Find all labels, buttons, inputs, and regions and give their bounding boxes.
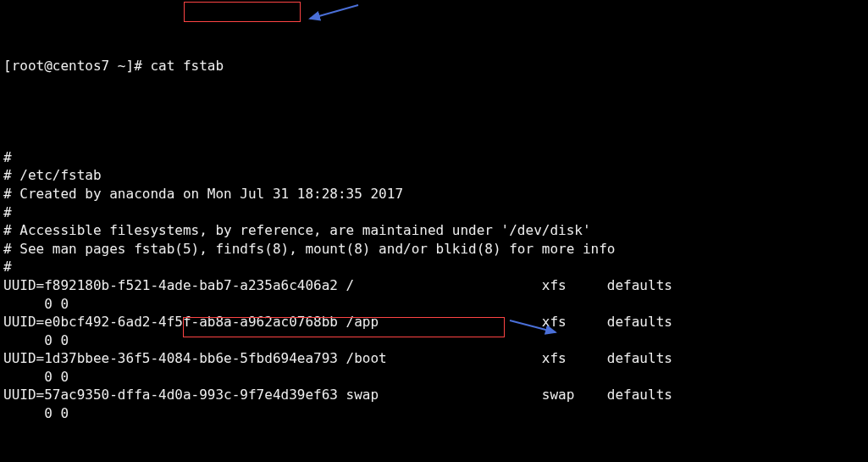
- prompt-line-1[interactable]: [root@centos7 ~]# cat fstab: [3, 57, 865, 75]
- output-line: [3, 130, 865, 148]
- output-line: UUID=f892180b-f521-4ade-bab7-a235a6c406a…: [3, 276, 865, 295]
- output-line: 0 0: [3, 331, 865, 350]
- highlight-box-1: [184, 2, 301, 22]
- output-line: UUID=57ac9350-dffa-4d0a-993c-9f7e4d39ef6…: [3, 386, 865, 404]
- terminal-window[interactable]: [root@centos7 ~]# cat fstab ## /etc/fsta…: [0, 0, 868, 462]
- output-line: #: [3, 203, 865, 222]
- output-line: UUID=1d37bbee-36f5-4084-bb6e-5fbd694ea79…: [3, 349, 865, 368]
- output-line: # See man pages fstab(5), findfs(8), mou…: [3, 240, 865, 259]
- output-line: UUID=e0bcf492-6ad2-4f5f-ab8a-a962ac0768b…: [3, 313, 865, 331]
- output-line: # Accessible filesystems, by reference, …: [3, 221, 865, 240]
- output-line: # Created by anaconda on Mon Jul 31 18:2…: [3, 185, 865, 203]
- shell-prompt: [root@centos7 ~]#: [3, 58, 150, 74]
- command-text: cat fstab: [150, 58, 224, 74]
- output-line: 0 0: [3, 368, 865, 387]
- output-line: # /etc/fstab: [3, 166, 865, 185]
- output-line: #: [3, 148, 865, 167]
- output-line: 0 0: [3, 404, 865, 423]
- svg-line-0: [310, 5, 358, 19]
- annotation-arrow-1: [303, 0, 362, 25]
- output-block-1: ## /etc/fstab# Created by anaconda on Mo…: [3, 130, 865, 423]
- output-line: #: [3, 258, 865, 276]
- output-line: 0 0: [3, 295, 865, 314]
